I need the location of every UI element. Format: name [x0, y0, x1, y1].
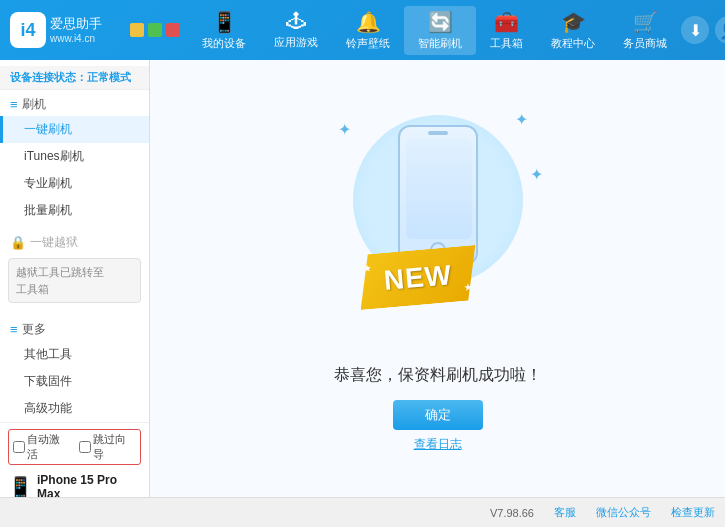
- phone-notch: [428, 131, 448, 135]
- confirm-button[interactable]: 确定: [393, 400, 483, 430]
- sidebar-item-advanced[interactable]: 高级功能: [0, 395, 149, 422]
- logo-area: i4 爱思助手 www.i4.cn: [10, 12, 130, 48]
- header-right: ⬇ 👤: [681, 16, 725, 44]
- sidebar-item-one-key-flash[interactable]: 一键刷机: [0, 116, 149, 143]
- ringtone-icon: 🔔: [356, 10, 381, 34]
- new-badge-text: NEW: [382, 258, 453, 296]
- sidebar-bottom: 自动激活 跳过向导 📱 iPhone 15 Pro Max 512GB iPho…: [0, 422, 149, 497]
- time-guide-checkbox[interactable]: [79, 441, 91, 453]
- success-message: 恭喜您，保资料刷机成功啦！: [334, 365, 542, 386]
- view-log-link[interactable]: 查看日志: [414, 436, 462, 453]
- nav-my-device[interactable]: 📱 我的设备: [188, 6, 260, 55]
- tutorial-icon: 🎓: [561, 10, 586, 34]
- main-layout: 设备连接状态：正常模式 ≡ 刷机 一键刷机 iTunes刷机 专业刷机 批量刷机…: [0, 60, 725, 497]
- sparkle-icon-3: ✦: [530, 165, 543, 184]
- nav-tutorial-label: 教程中心: [551, 36, 595, 51]
- customer-service-link[interactable]: 客服: [554, 505, 576, 520]
- jailbreak-notice: 越狱工具已跳转至工具箱: [8, 258, 141, 303]
- logo-text-block: 爱思助手 www.i4.cn: [50, 16, 102, 44]
- lock-icon: 🔒: [10, 235, 26, 250]
- sidebar-item-batch-flash[interactable]: 批量刷机: [0, 197, 149, 224]
- minimize-button[interactable]: [130, 23, 144, 37]
- close-button[interactable]: [166, 23, 180, 37]
- sidebar-item-download-firmware[interactable]: 下载固件: [0, 368, 149, 395]
- nav-smart-flash-label: 智能刷机: [418, 36, 462, 51]
- wechat-link[interactable]: 微信公众号: [596, 505, 651, 520]
- device-details: iPhone 15 Pro Max 512GB iPhone: [37, 473, 141, 497]
- sparkle-icon-1: ✦: [338, 120, 351, 139]
- phone-body: [398, 125, 478, 265]
- download-button[interactable]: ⬇: [681, 16, 709, 44]
- main-nav: 📱 我的设备 🕹 应用游戏 🔔 铃声壁纸 🔄 智能刷机 🧰 工具箱 🎓 教程中心…: [188, 6, 681, 55]
- app-logo-icon: i4: [10, 12, 46, 48]
- device-name: iPhone 15 Pro Max: [37, 473, 141, 497]
- window-controls: [130, 23, 180, 37]
- service-icon: 🛒: [633, 10, 658, 34]
- time-guide-label[interactable]: 跳过向导: [79, 432, 137, 462]
- sidebar-item-pro-flash[interactable]: 专业刷机: [0, 170, 149, 197]
- nav-service[interactable]: 🛒 务员商城: [609, 6, 681, 55]
- phone-screen: [406, 139, 472, 239]
- nav-service-label: 务员商城: [623, 36, 667, 51]
- auto-activate-checkbox[interactable]: [13, 441, 25, 453]
- restore-button[interactable]: [148, 23, 162, 37]
- flash-section-header[interactable]: ≡ 刷机: [0, 90, 149, 116]
- new-ribbon: ★ NEW ★: [355, 244, 479, 309]
- flash-section-icon: ≡: [10, 97, 18, 112]
- ribbon-star-left: ★: [362, 261, 372, 273]
- success-illustration: ✦ ✦ ✦ ★ NEW ★: [328, 105, 548, 345]
- sidebar: 设备连接状态：正常模式 ≡ 刷机 一键刷机 iTunes刷机 专业刷机 批量刷机…: [0, 60, 150, 497]
- more-section-icon: ≡: [10, 322, 18, 337]
- device-phone-icon: 📱: [8, 475, 33, 497]
- device-info: 📱 iPhone 15 Pro Max 512GB iPhone: [8, 469, 141, 497]
- version-label: V7.98.66: [490, 507, 534, 519]
- nav-tutorial[interactable]: 🎓 教程中心: [537, 6, 609, 55]
- status-bar-bottom: V7.98.66 客服 微信公众号 检查更新: [0, 497, 725, 527]
- jailbreak-section-header: 🔒 一键越狱: [0, 228, 149, 254]
- app-url: www.i4.cn: [50, 33, 102, 44]
- nav-app-games[interactable]: 🕹 应用游戏: [260, 6, 332, 54]
- app-name: 爱思助手: [50, 16, 102, 33]
- nav-tools[interactable]: 🧰 工具箱: [476, 6, 537, 55]
- nav-smart-flash[interactable]: 🔄 智能刷机: [404, 6, 476, 55]
- content-area: ✦ ✦ ✦ ★ NEW ★ 恭喜您，保资料刷机成功啦！ 确定 查看日志: [150, 60, 725, 497]
- nav-my-device-label: 我的设备: [202, 36, 246, 51]
- ribbon-star-right: ★: [463, 281, 473, 293]
- user-button[interactable]: 👤: [715, 16, 725, 44]
- auto-options-row: 自动激活 跳过向导: [8, 429, 141, 465]
- app-games-icon: 🕹: [286, 10, 306, 33]
- smart-flash-icon: 🔄: [428, 10, 453, 34]
- nav-ringtone[interactable]: 🔔 铃声壁纸: [332, 6, 404, 55]
- my-device-icon: 📱: [212, 10, 237, 34]
- sidebar-item-itunes-flash[interactable]: iTunes刷机: [0, 143, 149, 170]
- tools-icon: 🧰: [494, 10, 519, 34]
- connection-status: 设备连接状态：正常模式: [0, 66, 149, 90]
- nav-ringtone-label: 铃声壁纸: [346, 36, 390, 51]
- sparkle-icon-2: ✦: [515, 110, 528, 129]
- more-section-header[interactable]: ≡ 更多: [0, 315, 149, 341]
- sidebar-item-other-tools[interactable]: 其他工具: [0, 341, 149, 368]
- nav-app-games-label: 应用游戏: [274, 35, 318, 50]
- nav-tools-label: 工具箱: [490, 36, 523, 51]
- header: i4 爱思助手 www.i4.cn 📱 我的设备 🕹 应用游戏 🔔 铃声壁纸 🔄…: [0, 0, 725, 60]
- check-update-link[interactable]: 检查更新: [671, 505, 715, 520]
- auto-activate-label[interactable]: 自动激活: [13, 432, 71, 462]
